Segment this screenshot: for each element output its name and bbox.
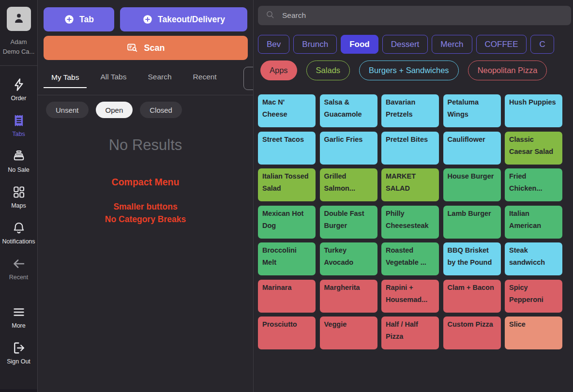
- search-placeholder: Search: [282, 11, 306, 20]
- clipped-edge-button[interactable]: [243, 67, 254, 90]
- sidebar-item-order[interactable]: Order: [0, 77, 37, 102]
- sidebar-bottom-strip: [0, 389, 37, 392]
- category-tab-dessert[interactable]: Dessert: [382, 35, 428, 54]
- sidebar: Adam Demo Ca... OrderTabsNo SaleMapsNoti…: [0, 0, 38, 392]
- menu-item-tile-classic-caesar-salad[interactable]: Classic Caesar Salad: [505, 132, 562, 165]
- tabs-panel: Tab Takeout/Delivery Scan My TabsAll Tab…: [38, 0, 254, 392]
- new-order-buttons: Tab Takeout/Delivery: [44, 7, 247, 31]
- menu-item-tile-market-salad[interactable]: MARKET SALAD: [381, 168, 439, 201]
- divider: [38, 95, 253, 95]
- sidebar-item-label: Maps: [11, 202, 26, 209]
- bell-icon: [12, 221, 26, 235]
- menu-item-tile-roasted-vegetable[interactable]: Roasted Vegetable ...: [381, 242, 439, 275]
- menu-item-tile-house-burger[interactable]: House Burger: [443, 168, 501, 201]
- tab-all-tabs[interactable]: All Tabs: [92, 73, 134, 88]
- menu-item-tile-cauliflower[interactable]: Cauliflower: [443, 132, 501, 165]
- empty-state-text: No Results: [38, 136, 253, 154]
- pos-app: { "sidebar": { "user": { "line1": "Adam"…: [0, 0, 573, 392]
- new-tab-label: Tab: [79, 15, 94, 25]
- menu-item-tile-rapini-housemad[interactable]: Rapini + Housemad...: [381, 280, 439, 313]
- menu-item-tile-mexican-hot-dog[interactable]: Mexican Hot Dog: [258, 206, 316, 239]
- menu-item-tile-clam-bacon[interactable]: Clam + Bacon: [443, 280, 501, 313]
- category-tab-brunch[interactable]: Brunch: [293, 35, 337, 54]
- menu-item-tile-half-half-pizza[interactable]: Half / Half Pizza: [381, 317, 439, 349]
- scan-button[interactable]: Scan: [44, 36, 248, 60]
- menu-item-tile-petaluma-wings[interactable]: Petaluma Wings: [443, 94, 501, 127]
- sidebar-item-recent[interactable]: Recent: [0, 256, 37, 281]
- menu-item-tile-double-fast-burger[interactable]: Double Fast Burger: [320, 206, 377, 239]
- plus-circle-icon: [64, 14, 75, 25]
- menu-item-tile-steak-sandwicch[interactable]: Steak sandwicch: [505, 242, 562, 275]
- subcategory-pill-salads[interactable]: Salads: [306, 60, 350, 80]
- takeout-delivery-button[interactable]: Takeout/Delivery: [120, 7, 247, 31]
- lightning-icon: [12, 77, 26, 92]
- menu-item-tile-prosciutto[interactable]: Prosciutto: [258, 317, 316, 349]
- sidebar-item-more[interactable]: More: [0, 305, 37, 329]
- sidebar-item-no-sale[interactable]: No Sale: [0, 149, 37, 173]
- hamburger-icon: [12, 305, 26, 319]
- menu-item-tile-slice[interactable]: Slice: [505, 317, 562, 349]
- menu-item-tile-garlic-fries[interactable]: Garlic Fries: [320, 132, 377, 165]
- menu-item-tile-margherita[interactable]: Margherita: [320, 280, 377, 313]
- menu-item-grid: Mac N' CheeseSalsa & GuacamoleBavarian P…: [258, 94, 562, 349]
- sidebar-item-label: More: [12, 322, 25, 329]
- tab-recent[interactable]: Recent: [185, 73, 225, 88]
- arrow-left-icon: [12, 256, 26, 271]
- category-tab-bev[interactable]: Bev: [258, 35, 289, 54]
- menu-item-tile-custom-pizza[interactable]: Custom Pizza: [443, 317, 501, 349]
- sidebar-item-notifications[interactable]: Notifications: [0, 221, 37, 245]
- menu-item-tile-broccolini-melt[interactable]: Broccolini Melt: [258, 242, 316, 275]
- menu-item-tile-lamb-burger[interactable]: Lamb Burger: [443, 206, 501, 239]
- annotation-smaller-buttons: Smaller buttons: [38, 202, 253, 212]
- menu-item-tile-turkey-avocado[interactable]: Turkey Avocado: [320, 242, 377, 275]
- menu-item-tile-bavarian-pretzels[interactable]: Bavarian Pretzels: [381, 94, 439, 127]
- tabs-nav: My TabsAll TabsSearchRecent: [44, 67, 247, 88]
- category-tab-merch[interactable]: Merch: [432, 35, 472, 54]
- category-tab-c[interactable]: C: [530, 35, 554, 54]
- sidebar-item-label: Sign Out: [7, 358, 30, 365]
- menu-item-tile-street-tacos[interactable]: Street Tacos: [258, 132, 316, 165]
- menu-item-tile-italian-american[interactable]: Italian American: [505, 206, 562, 239]
- menu-item-tile-salsa-guacamole[interactable]: Salsa & Guacamole: [320, 94, 377, 127]
- search-input[interactable]: Search: [258, 6, 571, 25]
- subcategory-pill-apps[interactable]: Apps: [260, 60, 297, 80]
- menu-item-tile-grilled-salmon[interactable]: Grilled Salmon...: [320, 168, 377, 201]
- search-icon: [265, 10, 275, 21]
- subcategory-pill-burgers-sandwiches[interactable]: Burgers + Sandwiches: [359, 60, 459, 80]
- category-tab-food[interactable]: Food: [341, 35, 378, 54]
- filter-open[interactable]: Open: [96, 102, 133, 118]
- tab-my-tabs[interactable]: My Tabs: [44, 73, 87, 89]
- menu-item-tile-mac-n-cheese[interactable]: Mac N' Cheese: [258, 94, 316, 127]
- menu-item-tile-veggie[interactable]: Veggie: [320, 317, 377, 349]
- filter-unsent[interactable]: Unsent: [46, 102, 89, 118]
- menu-item-tile-italian-tossed-salad[interactable]: Italian Tossed Salad: [258, 168, 316, 201]
- menu-item-tile-pretzel-bites[interactable]: Pretzel Bites: [381, 132, 439, 165]
- menu-item-tile-marinara[interactable]: Marinara: [258, 280, 316, 313]
- sidebar-item-label: Tabs: [12, 131, 25, 137]
- menu-item-tile-philly-cheesesteak[interactable]: Philly Cheesesteak: [381, 206, 439, 239]
- user-avatar[interactable]: [7, 7, 31, 31]
- person-icon: [12, 11, 26, 27]
- filter-closed[interactable]: Closed: [140, 102, 182, 118]
- new-tab-button[interactable]: Tab: [44, 7, 114, 31]
- plus-circle-icon: [142, 14, 153, 25]
- menu-item-tile-hush-puppies[interactable]: Hush Puppies: [505, 94, 562, 127]
- sidebar-item-label: Notifications: [2, 238, 35, 245]
- category-tab-coffee[interactable]: COFFEE: [476, 35, 527, 54]
- subcategory-pills: AppsSaladsBurgers + SandwichesNeopolitan…: [260, 60, 573, 80]
- menu-item-tile-spicy-pepperoni[interactable]: Spicy Pepperoni: [505, 280, 562, 313]
- menu-item-tile-bbq-brisket-by-the-pound[interactable]: BBQ Brisket by the Pound: [443, 242, 501, 275]
- tab-search[interactable]: Search: [140, 73, 179, 88]
- subcategory-pill-neopolitan-pizza[interactable]: Neopolitan Pizza: [468, 60, 547, 80]
- menu-panel: Search BevBrunchFoodDessertMerchCOFFEEC …: [254, 0, 573, 392]
- sidebar-nav: OrderTabsNo SaleMapsNotificationsRecentM…: [0, 66, 37, 365]
- user-name: Adam Demo Ca...: [3, 37, 35, 57]
- sidebar-item-label: Recent: [9, 274, 29, 281]
- sidebar-item-sign-out[interactable]: Sign Out: [0, 341, 37, 365]
- sidebar-item-maps[interactable]: Maps: [0, 185, 37, 209]
- sidebar-item-tabs[interactable]: Tabs: [0, 113, 37, 137]
- sign-out-icon: [12, 341, 26, 355]
- cash-register-icon: [12, 149, 26, 164]
- menu-item-tile-fried-chicken[interactable]: Fried Chicken...: [505, 168, 562, 201]
- sidebar-item-label: Order: [11, 95, 27, 102]
